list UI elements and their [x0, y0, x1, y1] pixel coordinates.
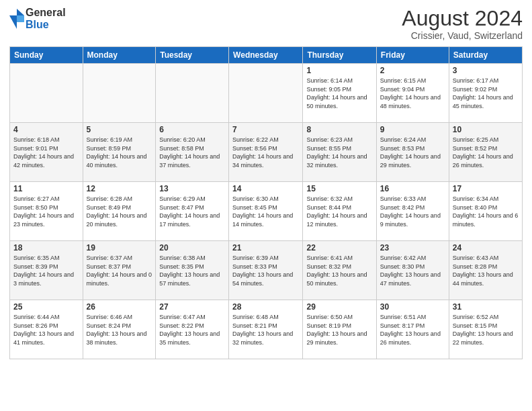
day-number: 25	[13, 302, 79, 312]
day-info: Sunrise: 6:27 AM Sunset: 8:50 PM Dayligh…	[13, 195, 79, 228]
svg-marker-1	[17, 15, 24, 22]
day-number: 4	[13, 125, 79, 134]
day-number: 14	[232, 184, 299, 193]
day-number: 23	[380, 243, 445, 253]
header-sunday: Sunday	[10, 47, 83, 64]
day-info: Sunrise: 6:52 AM Sunset: 8:15 PM Dayligh…	[453, 313, 519, 347]
day-number: 9	[380, 125, 445, 134]
calendar-cell	[10, 64, 83, 123]
calendar-week-1: 1Sunrise: 6:14 AM Sunset: 9:05 PM Daylig…	[10, 64, 523, 123]
calendar-cell: 7Sunrise: 6:22 AM Sunset: 8:56 PM Daylig…	[229, 123, 303, 182]
page-header: General Blue August 2024 Crissier, Vaud,…	[9, 7, 523, 41]
calendar-cell: 13Sunrise: 6:29 AM Sunset: 8:47 PM Dayli…	[156, 182, 229, 241]
day-info: Sunrise: 6:37 AM Sunset: 8:37 PM Dayligh…	[87, 254, 152, 287]
day-number: 1	[306, 66, 372, 75]
header-friday: Friday	[376, 47, 449, 64]
day-info: Sunrise: 6:48 AM Sunset: 8:21 PM Dayligh…	[232, 313, 299, 347]
calendar-cell: 8Sunrise: 6:23 AM Sunset: 8:55 PM Daylig…	[303, 123, 376, 182]
day-info: Sunrise: 6:50 AM Sunset: 8:19 PM Dayligh…	[306, 313, 372, 347]
month-year-title: August 2024	[402, 7, 523, 30]
day-number: 2	[380, 66, 445, 75]
calendar-cell: 30Sunrise: 6:51 AM Sunset: 8:17 PM Dayli…	[376, 300, 449, 359]
day-number: 6	[159, 125, 225, 134]
calendar-cell: 16Sunrise: 6:33 AM Sunset: 8:42 PM Dayli…	[376, 182, 449, 241]
header-saturday: Saturday	[449, 47, 522, 64]
day-number: 5	[87, 125, 152, 134]
calendar-cell	[83, 64, 156, 123]
day-number: 19	[87, 243, 152, 253]
calendar-header-row: Sunday Monday Tuesday Wednesday Thursday…	[10, 47, 523, 64]
header-monday: Monday	[83, 47, 156, 64]
day-info: Sunrise: 6:18 AM Sunset: 9:01 PM Dayligh…	[13, 136, 79, 169]
day-number: 18	[13, 243, 79, 253]
day-info: Sunrise: 6:25 AM Sunset: 8:52 PM Dayligh…	[453, 136, 519, 169]
header-thursday: Thursday	[303, 47, 376, 64]
day-number: 24	[453, 243, 519, 253]
day-info: Sunrise: 6:39 AM Sunset: 8:33 PM Dayligh…	[232, 254, 299, 287]
calendar-cell: 18Sunrise: 6:35 AM Sunset: 8:39 PM Dayli…	[10, 241, 83, 300]
logo: General Blue	[9, 7, 66, 30]
day-info: Sunrise: 6:17 AM Sunset: 9:02 PM Dayligh…	[453, 77, 519, 110]
calendar-cell: 21Sunrise: 6:39 AM Sunset: 8:33 PM Dayli…	[229, 241, 303, 300]
calendar-week-3: 11Sunrise: 6:27 AM Sunset: 8:50 PM Dayli…	[10, 182, 523, 241]
logo-general-text: General	[26, 7, 66, 19]
day-info: Sunrise: 6:38 AM Sunset: 8:35 PM Dayligh…	[159, 254, 225, 287]
day-number: 20	[159, 243, 225, 253]
calendar-cell: 26Sunrise: 6:46 AM Sunset: 8:24 PM Dayli…	[83, 300, 156, 359]
calendar-cell: 17Sunrise: 6:34 AM Sunset: 8:40 PM Dayli…	[449, 182, 522, 241]
day-number: 3	[453, 66, 519, 75]
header-tuesday: Tuesday	[156, 47, 229, 64]
day-number: 29	[306, 302, 372, 312]
calendar-cell: 25Sunrise: 6:44 AM Sunset: 8:26 PM Dayli…	[10, 300, 83, 359]
calendar-cell: 19Sunrise: 6:37 AM Sunset: 8:37 PM Dayli…	[83, 241, 156, 300]
day-number: 15	[306, 184, 372, 193]
logo-text: General Blue	[26, 7, 66, 30]
day-number: 10	[453, 125, 519, 134]
calendar-cell: 11Sunrise: 6:27 AM Sunset: 8:50 PM Dayli…	[10, 182, 83, 241]
day-info: Sunrise: 6:22 AM Sunset: 8:56 PM Dayligh…	[232, 136, 299, 169]
day-info: Sunrise: 6:51 AM Sunset: 8:17 PM Dayligh…	[380, 313, 445, 347]
svg-marker-0	[17, 9, 24, 15]
day-info: Sunrise: 6:35 AM Sunset: 8:39 PM Dayligh…	[13, 254, 79, 287]
day-info: Sunrise: 6:42 AM Sunset: 8:30 PM Dayligh…	[380, 254, 445, 287]
svg-marker-2	[9, 15, 17, 29]
calendar-cell: 29Sunrise: 6:50 AM Sunset: 8:19 PM Dayli…	[303, 300, 376, 359]
day-number: 22	[306, 243, 372, 253]
calendar-cell: 1Sunrise: 6:14 AM Sunset: 9:05 PM Daylig…	[303, 64, 376, 123]
calendar-cell: 20Sunrise: 6:38 AM Sunset: 8:35 PM Dayli…	[156, 241, 229, 300]
day-number: 26	[87, 302, 152, 312]
day-info: Sunrise: 6:34 AM Sunset: 8:40 PM Dayligh…	[453, 195, 519, 228]
calendar-cell: 6Sunrise: 6:20 AM Sunset: 8:58 PM Daylig…	[156, 123, 229, 182]
logo-blue-text: Blue	[26, 19, 66, 31]
day-info: Sunrise: 6:14 AM Sunset: 9:05 PM Dayligh…	[306, 77, 372, 110]
day-number: 21	[232, 243, 299, 253]
calendar-cell: 24Sunrise: 6:43 AM Sunset: 8:28 PM Dayli…	[449, 241, 522, 300]
calendar-week-4: 18Sunrise: 6:35 AM Sunset: 8:39 PM Dayli…	[10, 241, 523, 300]
day-info: Sunrise: 6:41 AM Sunset: 8:32 PM Dayligh…	[306, 254, 372, 287]
calendar-cell: 5Sunrise: 6:19 AM Sunset: 8:59 PM Daylig…	[83, 123, 156, 182]
location-text: Crissier, Vaud, Switzerland	[402, 30, 523, 41]
calendar-cell: 27Sunrise: 6:47 AM Sunset: 8:22 PM Dayli…	[156, 300, 229, 359]
calendar-cell: 28Sunrise: 6:48 AM Sunset: 8:21 PM Dayli…	[229, 300, 303, 359]
calendar-cell: 4Sunrise: 6:18 AM Sunset: 9:01 PM Daylig…	[10, 123, 83, 182]
calendar-cell: 10Sunrise: 6:25 AM Sunset: 8:52 PM Dayli…	[449, 123, 522, 182]
day-number: 12	[87, 184, 152, 193]
day-number: 31	[453, 302, 519, 312]
day-number: 27	[159, 302, 225, 312]
calendar-cell	[156, 64, 229, 123]
day-number: 11	[13, 184, 79, 193]
day-info: Sunrise: 6:30 AM Sunset: 8:45 PM Dayligh…	[232, 195, 299, 228]
header-wednesday: Wednesday	[229, 47, 303, 64]
day-number: 8	[306, 125, 372, 134]
calendar-cell: 22Sunrise: 6:41 AM Sunset: 8:32 PM Dayli…	[303, 241, 376, 300]
day-number: 30	[380, 302, 445, 312]
logo-icon	[9, 9, 24, 29]
day-info: Sunrise: 6:28 AM Sunset: 8:49 PM Dayligh…	[87, 195, 152, 228]
day-info: Sunrise: 6:20 AM Sunset: 8:58 PM Dayligh…	[159, 136, 225, 169]
day-info: Sunrise: 6:43 AM Sunset: 8:28 PM Dayligh…	[453, 254, 519, 287]
calendar-cell	[229, 64, 303, 123]
day-info: Sunrise: 6:29 AM Sunset: 8:47 PM Dayligh…	[159, 195, 225, 228]
day-number: 7	[232, 125, 299, 134]
calendar-week-2: 4Sunrise: 6:18 AM Sunset: 9:01 PM Daylig…	[10, 123, 523, 182]
calendar-week-5: 25Sunrise: 6:44 AM Sunset: 8:26 PM Dayli…	[10, 300, 523, 359]
